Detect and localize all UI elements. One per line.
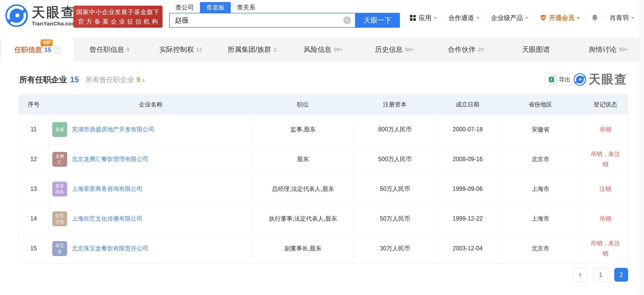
cell-region: 上海市 — [498, 204, 582, 233]
cell-status: 注销 — [582, 174, 628, 204]
cell-position: 执行董事,法定代表人,股东 — [253, 204, 353, 233]
table-row: 11 鼎盛 芜湖市鼎盛房地产开发有限公司 监事,股东 800万人民币 2000-… — [19, 114, 628, 144]
cell-region: 安徽省 — [498, 115, 582, 144]
positions-table: 序号 企业名称 职位 注册资本 成立日期 省份地区 登记状态 — [18, 94, 628, 263]
nav-tab-label: 曾任职信息 — [89, 45, 124, 54]
cell-date: 1999-09-06 — [437, 174, 498, 204]
table-row: 13 星星商务 上海星星商务咨询有限公司 总经理,法定代表人,股东 50万人民币… — [19, 174, 628, 204]
status-badge: 吊销，未注销 — [590, 149, 621, 169]
former-companies-link[interactable]: 所有曾任职企业 9 › — [85, 75, 145, 84]
company-avatar[interactable]: 欣艺文化 — [52, 211, 67, 226]
nav-tab-count: 15 — [44, 46, 51, 53]
nav-tab-label: 任职信息 — [14, 45, 42, 54]
cell-position: 股东 — [253, 144, 353, 174]
company-link[interactable]: 上海欣艺文化传播有限公司 — [72, 215, 143, 223]
nav-tab-label: 天眼图谱 — [522, 45, 550, 54]
search-tab[interactable]: 查公司 — [169, 2, 200, 13]
menu-vip[interactable]: 开通会员 — [534, 14, 586, 22]
table-row: 14 欣艺文化 上海欣艺文化传播有限公司 执行董事,法定代表人,股东 50万人民… — [19, 204, 628, 233]
nav-tab[interactable]: VIP 历史信息 99+ ? — [359, 38, 430, 61]
search-area: 查公司 查老板 查关系 × 天眼一下 — [169, 2, 400, 28]
cell-capital: 500万人民币 — [353, 144, 437, 174]
cell-status: 吊销，未注销 — [582, 234, 628, 263]
tianyancha-page: 天眼查 TianYanCha.com 国家中小企业发展子基金旗下 官方备案企业征… — [0, 0, 644, 295]
chevron-down-icon — [434, 17, 437, 19]
profile-nav-tabs: VIP 任职信息 15 ? VIP 曾任职信息 9 ? VIP 实际控制权 12… — [0, 38, 644, 61]
table-column-header: 企业名称 — [48, 95, 253, 114]
nav-tab[interactable]: VIP 舆情讨论 99+ ? — [573, 38, 644, 61]
cell-company: 龙腾汇 北京龙腾汇餐饮管理有限公司 — [48, 144, 253, 174]
nav-tab-count: 20 — [478, 46, 484, 53]
chevron-down-icon — [577, 17, 580, 19]
nav-tab-count: 99+ — [334, 46, 343, 53]
company-link[interactable]: 北京龙腾汇餐饮管理有限公司 — [72, 155, 148, 163]
cell-company: 珠宝盒 北京珠宝盒餐饮有限责任公司 — [48, 234, 253, 263]
chevron-down-icon — [525, 17, 528, 19]
company-link[interactable]: 上海星星商务咨询有限公司 — [72, 185, 143, 193]
menu-notifications[interactable] — [586, 14, 604, 21]
pagination-prev-button[interactable]: ‹ — [573, 268, 587, 282]
brand-name: 天眼查 — [32, 5, 77, 20]
site-logo[interactable]: 天眼查 TianYanCha.com — [5, 4, 77, 28]
search-button[interactable]: 天眼一下 — [355, 13, 400, 28]
nav-tab[interactable]: VIP 任职信息 15 ? — [2, 38, 74, 61]
export-button[interactable]: X 导出 — [545, 73, 574, 86]
export-label: 导出 — [559, 76, 571, 84]
cell-position: 副董事长,股东 — [253, 234, 353, 263]
search-tab-label: 查老板 — [206, 3, 225, 12]
menu-cooperation[interactable]: 合作通道 — [443, 14, 485, 22]
nav-tab-count: 2 — [273, 46, 276, 53]
cell-capital: 800万人民币 — [353, 115, 437, 144]
menu-apps-label: 应用 — [419, 14, 431, 22]
cell-position: 总经理,法定代表人,股东 — [253, 174, 353, 204]
pagination-page-button[interactable]: 1 — [594, 268, 608, 282]
menu-enterprise[interactable]: 企业级产品 — [485, 14, 534, 22]
chevron-down-icon — [631, 17, 634, 19]
username: 肖青羽 — [610, 14, 629, 22]
nav-tab[interactable]: VIP 风险信息 99+ ? — [288, 38, 359, 61]
nav-tab[interactable]: VIP 合作伙伴 20 ? — [430, 38, 501, 61]
top-menu: 应用 合作通道 企业级产品 开通会员 — [404, 10, 640, 25]
clear-icon[interactable]: × — [343, 16, 351, 24]
search-input[interactable] — [175, 16, 343, 24]
company-avatar[interactable]: 珠宝盒 — [52, 241, 67, 256]
menu-apps[interactable]: 应用 — [404, 14, 442, 22]
bell-icon — [591, 14, 598, 21]
chevron-down-icon — [476, 17, 479, 19]
nav-tab[interactable]: VIP 曾任职信息 9 ? — [74, 38, 145, 61]
nav-tab[interactable]: VIP 天眼图谱 ? — [501, 38, 573, 61]
certification-badge: 国家中小企业发展子基金旗下 官方备案企业征信机构 — [73, 6, 163, 28]
nav-tab[interactable]: VIP 实际控制权 12 ? — [145, 38, 216, 61]
nav-tab-count: 12 — [196, 46, 202, 53]
table-row: 15 珠宝盒 北京珠宝盒餐饮有限责任公司 副董事长,股东 30万人民币 2003… — [19, 233, 628, 263]
company-avatar[interactable]: 鼎盛 — [52, 122, 67, 137]
company-avatar[interactable]: 星星商务 — [52, 182, 67, 196]
nav-tab-label: 合作伙伴 — [448, 45, 476, 54]
search-tab-label: 查公司 — [175, 3, 194, 12]
company-link[interactable]: 芜湖市鼎盛房地产开发有限公司 — [72, 125, 154, 133]
nav-tab[interactable]: VIP 所属集团/族群 2 ? — [216, 38, 288, 61]
nav-tab-label: 舆情讨论 — [589, 45, 617, 54]
search-box: × — [169, 13, 355, 28]
brand-domain: TianYanCha.com — [32, 21, 77, 27]
section-title: 所有任职企业 — [19, 74, 67, 85]
status-badge: 吊销 — [600, 124, 611, 134]
table-row: 12 龙腾汇 北京龙腾汇餐饮管理有限公司 股东 500万人民币 2008-09-… — [19, 144, 628, 174]
cell-company: 鼎盛 芜湖市鼎盛房地产开发有限公司 — [48, 115, 253, 144]
tianyancha-watermark: 天眼查 — [573, 71, 627, 87]
table-column-header: 序号 — [19, 95, 48, 114]
pagination-page-button[interactable]: 2 — [614, 268, 628, 282]
cell-region: 上海市 — [498, 174, 582, 204]
help-icon[interactable]: ? — [53, 46, 61, 54]
scrollbar[interactable] — [640, 0, 644, 295]
cell-date: 1999-12-22 — [437, 204, 498, 233]
table-column-header: 注册资本 — [353, 95, 437, 114]
search-tab[interactable]: 查老板 — [200, 2, 231, 13]
company-link[interactable]: 北京珠宝盒餐饮有限责任公司 — [72, 244, 148, 252]
search-tab[interactable]: 查关系 — [231, 2, 261, 13]
badge-line1: 国家中小企业发展子基金旗下 — [76, 8, 160, 16]
former-companies-label: 所有曾任职企业 — [85, 75, 134, 84]
company-avatar[interactable]: 龙腾汇 — [52, 152, 67, 167]
menu-user[interactable]: 肖青羽 — [604, 14, 640, 22]
cell-region: 北京市 — [498, 234, 582, 263]
